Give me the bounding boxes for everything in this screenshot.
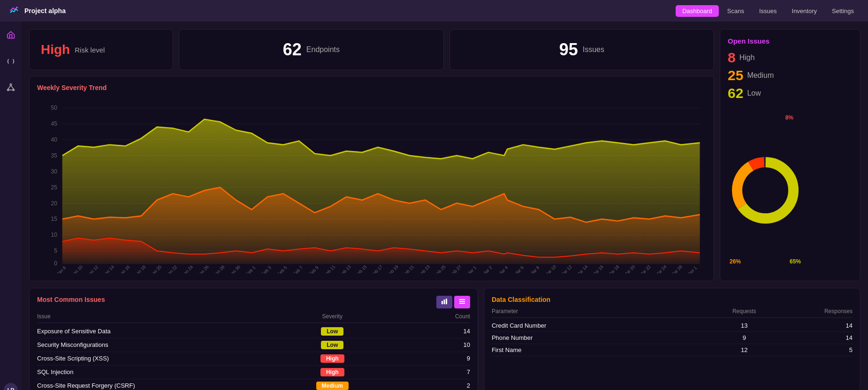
sidebar-home-icon[interactable] <box>3 27 18 42</box>
table-row: Cross-Site Request Forgery (CSRF) Medium… <box>37 379 470 390</box>
bottom-row: Most Common Issues Issue Severity Count <box>29 288 860 390</box>
svg-text:Feb 25: Feb 25 <box>433 264 446 273</box>
sidebar-network-icon[interactable] <box>3 80 18 95</box>
svg-text:20: 20 <box>51 200 58 207</box>
chart-title: Weekly Severity Trend <box>37 84 706 91</box>
svg-text:Jan 18: Jan 18 <box>134 264 147 273</box>
issue-name: Cross-Site Request Forgery (CSRF) <box>37 382 273 389</box>
svg-rect-78 <box>443 300 445 304</box>
issue-count: 9 <box>391 355 470 362</box>
svg-text:Feb 7: Feb 7 <box>292 265 304 273</box>
avatar[interactable]: LR <box>4 383 18 390</box>
dc-requests: 12 <box>708 346 780 353</box>
donut-labels: 8% 65% 26% <box>728 108 803 273</box>
svg-text:Feb 3: Feb 3 <box>260 265 272 273</box>
svg-rect-81 <box>459 301 465 302</box>
svg-text:30: 30 <box>51 168 58 175</box>
col-header-count: Count <box>391 313 470 320</box>
svg-text:Mar 24: Mar 24 <box>654 264 667 273</box>
svg-line-5 <box>11 85 14 89</box>
dc-col-header-param: Parameter <box>492 308 708 315</box>
svg-text:50: 50 <box>51 105 58 111</box>
issues-count: 95 <box>559 40 578 60</box>
svg-text:25: 25 <box>51 184 58 191</box>
donut-low-pct: 65% <box>790 258 801 265</box>
svg-text:Mar 6: Mar 6 <box>513 265 525 273</box>
nav-scans[interactable]: Scans <box>721 5 751 17</box>
open-issues-med-label: Medium <box>747 71 774 80</box>
dc-parameter: Credit Card Number <box>492 322 708 329</box>
topnav: Project alpha Dashboard Scans Issues Inv… <box>0 0 868 22</box>
dc-responses: 5 <box>780 346 853 353</box>
svg-text:Mar 8: Mar 8 <box>529 265 541 273</box>
table-row: Security Misconfigurations Low 10 <box>37 338 470 352</box>
svg-text:Mar 18: Mar 18 <box>607 264 620 273</box>
svg-text:Feb 9: Feb 9 <box>308 265 320 273</box>
risk-card: High Risk level <box>29 29 173 70</box>
svg-text:Feb 21: Feb 21 <box>402 264 415 273</box>
svg-text:Jan 14: Jan 14 <box>102 264 115 273</box>
svg-text:Mar 28: Mar 28 <box>670 264 683 273</box>
issues-table-header: Issue Severity Count <box>37 313 470 323</box>
dc-parameter: Phone Number <box>492 334 708 341</box>
issue-severity: High <box>273 354 391 363</box>
svg-rect-80 <box>459 299 465 300</box>
svg-text:Jan 16: Jan 16 <box>118 264 131 273</box>
nav-settings[interactable]: Settings <box>825 5 860 17</box>
col-header-issue: Issue <box>37 313 273 320</box>
col-header-severity: Severity <box>273 313 391 320</box>
list-view-btn[interactable] <box>454 296 470 308</box>
issues-title-row: Most Common Issues <box>37 296 470 308</box>
svg-text:Feb 15: Feb 15 <box>354 264 367 273</box>
view-toggle <box>436 296 470 308</box>
svg-text:40: 40 <box>51 136 58 143</box>
svg-text:35: 35 <box>51 152 58 159</box>
svg-text:Feb 17: Feb 17 <box>370 264 383 273</box>
svg-text:Mar 22: Mar 22 <box>639 264 652 273</box>
main-content: High Risk level 62 Endpoints 95 Issues <box>22 22 868 390</box>
svg-text:Mar 1: Mar 1 <box>465 265 477 273</box>
nav-links: Dashboard Scans Issues Inventory Setting… <box>676 5 860 17</box>
svg-rect-0 <box>8 4 21 17</box>
bar-view-btn[interactable] <box>436 296 452 308</box>
trend-chart: 50 45 40 35 30 25 20 15 10 5 0 <box>37 95 706 273</box>
donut-chart-section: 8% 65% 26% <box>728 108 803 273</box>
svg-text:45: 45 <box>51 120 58 127</box>
nav-dashboard[interactable]: Dashboard <box>676 5 719 17</box>
svg-rect-82 <box>459 303 465 304</box>
svg-text:Jan 28: Jan 28 <box>213 264 226 273</box>
nav-issues[interactable]: Issues <box>753 5 784 17</box>
svg-text:Mar 20: Mar 20 <box>623 264 636 273</box>
most-common-issues-title: Most Common Issues <box>37 296 105 303</box>
issue-name: Cross-Site Scripting (XSS) <box>37 355 273 362</box>
data-classification-title: Data Classification <box>492 296 853 303</box>
app-title: Project alpha <box>24 7 66 15</box>
dc-col-header-requests: Requests <box>708 308 780 315</box>
svg-text:15: 15 <box>51 216 58 222</box>
svg-text:Jan 10: Jan 10 <box>70 264 84 273</box>
open-issues-high-label: High <box>739 53 755 62</box>
top-section: High Risk level 62 Endpoints 95 Issues <box>29 29 860 281</box>
issues-table-body: Exposure of Sensitive Data Low 14 Securi… <box>37 325 470 390</box>
endpoints-card: 62 Endpoints <box>179 29 443 70</box>
open-issues-low-row: 62 Low <box>728 85 761 101</box>
nav-inventory[interactable]: Inventory <box>785 5 823 17</box>
issue-count: 14 <box>391 328 470 335</box>
svg-text:Apr 1: Apr 1 <box>687 265 698 273</box>
sidebar-braces-icon[interactable] <box>3 53 18 68</box>
data-classification-card: Data Classification Parameter Requests R… <box>484 288 860 390</box>
svg-text:Jan 26: Jan 26 <box>197 264 210 273</box>
dc-table-header: Parameter Requests Responses <box>492 308 853 318</box>
chart-card: Weekly Severity Trend <box>29 76 714 281</box>
svg-text:Jan 22: Jan 22 <box>165 264 178 273</box>
issue-name: Exposure of Sensitive Data <box>37 328 273 335</box>
svg-text:Mar 14: Mar 14 <box>575 264 588 273</box>
table-row: Cross-Site Scripting (XSS) High 9 <box>37 352 470 366</box>
issue-name: Security Misconfigurations <box>37 341 273 348</box>
issue-severity: Medium <box>273 382 391 390</box>
issues-label: Issues <box>583 45 604 54</box>
issue-count: 2 <box>391 382 470 389</box>
sidebar: LR BMS <box>0 22 22 390</box>
svg-text:Jan 12: Jan 12 <box>86 264 99 273</box>
open-issues-low-count: 62 <box>728 85 743 101</box>
